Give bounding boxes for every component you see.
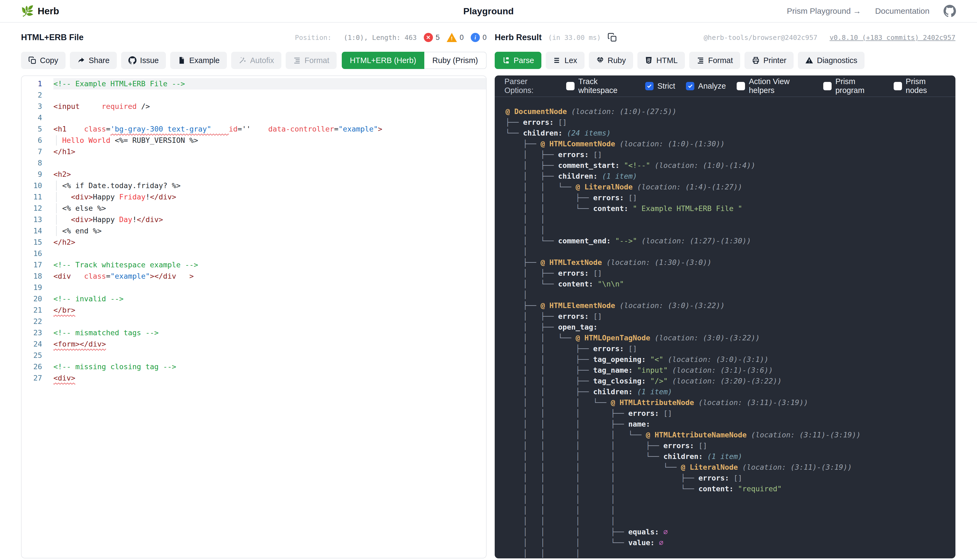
ast-line: │ │ │ │ ├── errors: [] (505, 440, 947, 451)
copy-button[interactable]: Copy (21, 52, 65, 69)
code-text: <h1 class='bg-gray-300 text-gray" id='' … (54, 123, 486, 135)
code-text: <div>Happy Friday!</div> (54, 191, 486, 203)
code-text: <!-- mismatched tags --> (54, 327, 486, 338)
option-analyze[interactable]: Analyze (686, 82, 726, 90)
ast-line: │ │ ├── tag_opening: "<" (location: (3:0… (505, 354, 947, 365)
prism-playground-link[interactable]: Prism Playground → (787, 7, 861, 16)
code-line[interactable]: 19 (22, 282, 486, 293)
tab-html-erb-herb[interactable]: HTML+ERB (Herb) (342, 52, 424, 69)
option-label: Prism nodes (906, 77, 946, 95)
option-strict[interactable]: Strict (645, 82, 675, 90)
button-label: Example (189, 56, 219, 65)
version-link[interactable]: v0.8.10 (+183 commits) 2402c957 (830, 34, 955, 42)
documentation-link[interactable]: Documentation (875, 7, 930, 16)
code-line[interactable]: 12 <% else %> (22, 203, 486, 214)
code-editor[interactable]: 1<!-- Example HTML+ERB File -->23<input … (21, 75, 487, 558)
error-icon: ✕ (424, 33, 433, 42)
diagnostics-button[interactable]: Diagnostics (798, 52, 865, 69)
code-line[interactable]: 18<div class="example"></div > (22, 270, 486, 282)
code-text: <% end %> (54, 225, 486, 237)
ast-line: ├── @ HTMLElementNode (location: (3:0)-(… (505, 300, 947, 311)
code-text: <div>Happy Day!</div> (54, 214, 486, 225)
ast-line: │ ├── errors: [] (505, 311, 947, 322)
code-line[interactable]: 16 (22, 248, 486, 259)
issue-button[interactable]: Issue (121, 52, 166, 69)
editor-tabs: HTML+ERB (Herb)Ruby (Prism) (342, 52, 487, 69)
code-line[interactable]: 5<h1 class='bg-gray-300 text-gray" id=''… (22, 123, 486, 135)
html5-icon (645, 56, 653, 64)
button-label: HTML (656, 56, 678, 65)
copy-result-icon[interactable] (607, 33, 617, 42)
code-line[interactable]: 26<!-- missing closing tag --> (22, 361, 486, 372)
format-button[interactable]: Format (286, 52, 336, 69)
ast-line: │ │ │ │ ├── errors: [] (505, 473, 947, 483)
option-track-whitespace[interactable]: Track whitespace (566, 77, 634, 95)
indent-guide (56, 215, 57, 225)
ast-line: │ │ │ │ └── content: "required" (505, 483, 947, 494)
code-line[interactable]: 17<!-- Track whitespace example --> (22, 259, 486, 270)
code-line[interactable]: 15</h2> (22, 237, 486, 248)
option-prism-program[interactable]: Prism program (823, 77, 883, 95)
indent-guide (56, 192, 57, 202)
autofix-button[interactable]: Autofix (231, 52, 281, 69)
code-text: <h2> (54, 169, 486, 180)
line-number: 13 (22, 214, 54, 225)
code-line[interactable]: 25 (22, 350, 486, 361)
code-line[interactable]: 24<form></div> (22, 338, 486, 350)
code-line[interactable]: 9<h2> (22, 169, 486, 180)
list-icon (553, 56, 561, 64)
code-line[interactable]: 8 (22, 157, 486, 169)
code-text: <!-- invalid --> (54, 293, 486, 305)
info-count-badge: i 0 (471, 33, 487, 42)
indent-guide (56, 226, 57, 236)
line-number: 18 (22, 270, 54, 282)
format-icon (293, 56, 301, 64)
line-number: 1 (22, 78, 54, 90)
share-icon (77, 56, 85, 64)
ast-line: └── children: (24 items) (505, 128, 947, 138)
code-line[interactable]: 2 (22, 90, 486, 101)
code-line[interactable]: 7</h1> (22, 146, 486, 157)
line-number: 21 (22, 305, 54, 316)
html-button[interactable]: HTML (637, 52, 685, 69)
app-logo-text: Herb (37, 6, 59, 17)
code-line[interactable]: 23<!-- mismatched tags --> (22, 327, 486, 338)
ruby-button[interactable]: Ruby (589, 52, 633, 69)
parse-timing: (in 33.00 ms) (548, 34, 601, 42)
ast-line: @ DocumentNode (location: (1:0)-(27:5)) (505, 106, 947, 117)
line-number: 14 (22, 225, 54, 237)
github-icon[interactable] (944, 5, 956, 17)
code-line[interactable]: 10 <% if Date.today.friday? %> (22, 180, 486, 191)
parse-button[interactable]: Parse (495, 52, 541, 69)
line-number: 17 (22, 259, 54, 270)
code-line[interactable]: 1<!-- Example HTML+ERB File --> (22, 78, 486, 90)
example-button[interactable]: Example (170, 52, 227, 69)
code-line[interactable]: 13 <div>Happy Day!</div> (22, 214, 486, 225)
code-text (54, 316, 486, 327)
ast-line: │ │ ├── errors: [] (505, 343, 947, 354)
format-result-button[interactable]: Format (689, 52, 740, 69)
code-line[interactable]: 11 <div>Happy Friday!</div> (22, 191, 486, 203)
code-line[interactable]: 6 Hello World <%= RUBY_VERSION %> (22, 135, 486, 146)
code-line[interactable]: 21</br> (22, 305, 486, 316)
tab-ruby-prism[interactable]: Ruby (Prism) (424, 52, 487, 69)
code-line[interactable]: 22 (22, 316, 486, 327)
code-line[interactable]: 4 (22, 112, 486, 123)
ast-line: │ │ └── content: " Example HTML+ERB File… (505, 203, 947, 214)
line-number: 24 (22, 338, 54, 350)
option-action-view-helpers[interactable]: Action View helpers (737, 77, 813, 95)
tree-icon (502, 56, 510, 64)
lex-button[interactable]: Lex (546, 52, 584, 69)
option-prism-nodes[interactable]: Prism nodes (893, 77, 946, 95)
option-label: Action View helpers (749, 77, 813, 95)
button-label: Ruby (608, 56, 626, 65)
share-button[interactable]: Share (70, 52, 117, 69)
code-line[interactable]: 20<!-- invalid --> (22, 293, 486, 305)
code-line[interactable]: 3<input required /> (22, 101, 486, 112)
code-text: <!-- Track whitespace example --> (54, 259, 486, 270)
printer-button[interactable]: Printer (744, 52, 794, 69)
code-line[interactable]: 14 <% end %> (22, 225, 486, 237)
button-label: Autofix (250, 56, 274, 65)
code-line[interactable]: 27<div> (22, 372, 486, 384)
ast-line: │ │ (505, 225, 947, 235)
